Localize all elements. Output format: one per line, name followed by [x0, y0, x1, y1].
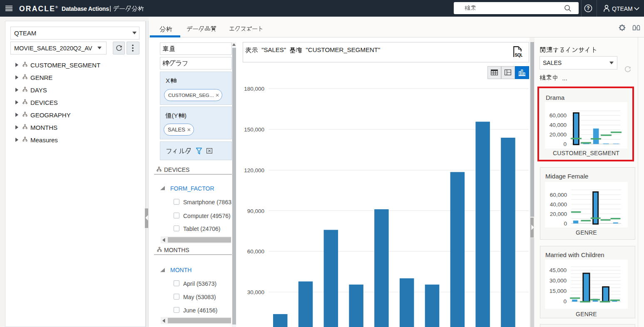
svg-text:30,000: 30,000 [247, 289, 264, 295]
svg-text:0: 0 [563, 141, 567, 147]
svg-text:45,000: 45,000 [550, 267, 567, 273]
svg-text:60,000: 60,000 [247, 248, 264, 255]
svg-text:15,000: 15,000 [550, 288, 567, 294]
svg-text:SQL: SQL [515, 53, 522, 57]
svg-text:90,000: 90,000 [247, 208, 264, 214]
svg-text:120,000: 120,000 [244, 167, 264, 173]
svg-text:40,000: 40,000 [550, 122, 567, 128]
svg-text:0: 0 [563, 298, 567, 305]
svg-text:20,000: 20,000 [550, 131, 567, 138]
svg-text:0: 0 [564, 220, 567, 227]
svg-text:40,000: 40,000 [550, 201, 567, 208]
svg-text:30,000: 30,000 [550, 277, 567, 284]
svg-text:60,000: 60,000 [550, 192, 567, 198]
svg-text:20,000: 20,000 [550, 211, 567, 217]
svg-text:180,000: 180,000 [244, 86, 264, 92]
svg-text:?: ? [587, 5, 589, 11]
svg-text:150,000: 150,000 [244, 126, 264, 133]
svg-text:60,000: 60,000 [550, 112, 567, 119]
